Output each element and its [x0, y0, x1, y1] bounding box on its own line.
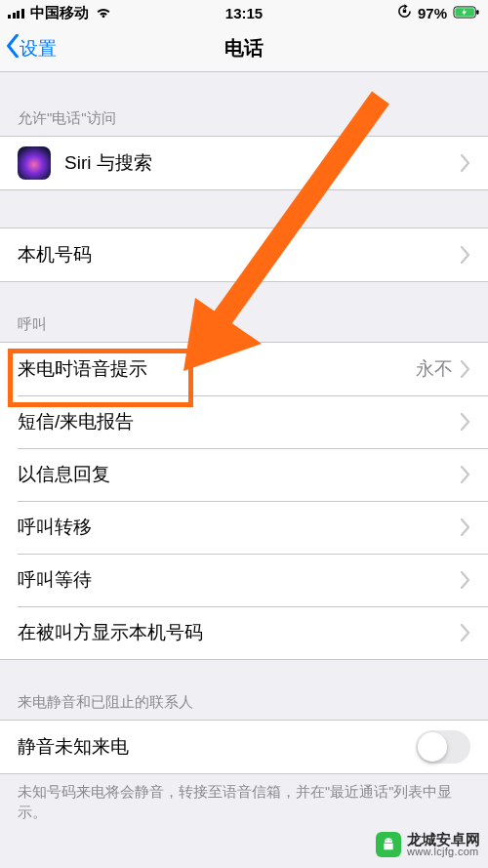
section-calls: 呼叫 来电时语音提示 永不 短信/来电报告 以信息回复 呼叫转移 呼叫等待 在被… [0, 282, 488, 660]
cell-show-caller-id[interactable]: 在被叫方显示本机号码 [0, 606, 488, 659]
watermark-line1: 龙城安卓网 [407, 832, 480, 847]
nav-back-label: 设置 [20, 36, 57, 62]
status-bar: 中国移动 13:15 97% [0, 0, 488, 25]
svg-rect-3 [476, 10, 478, 15]
silence-unknown-toggle[interactable] [416, 730, 470, 764]
section-access: 允许"电话"访问 Siri 与搜索 [0, 72, 488, 190]
siri-icon [18, 146, 51, 180]
silence-unknown-label: 静音未知来电 [18, 734, 416, 760]
cellular-signal-icon [8, 7, 24, 19]
announce-calls-label: 来电时语音提示 [18, 356, 416, 382]
show-caller-id-label: 在被叫方显示本机号码 [18, 620, 461, 645]
status-time: 13:15 [225, 5, 263, 21]
nav-title: 电话 [224, 35, 264, 62]
watermark-logo-icon [376, 832, 401, 857]
cell-my-number[interactable]: 本机号码 [0, 228, 488, 281]
chevron-right-icon [461, 246, 470, 264]
sms-reports-label: 短信/来电报告 [18, 409, 461, 434]
cell-announce-calls[interactable]: 来电时语音提示 永不 [0, 343, 488, 395]
cell-call-forwarding[interactable]: 呼叫转移 [0, 501, 488, 554]
watermark: 龙城安卓网 www.lcjfg.com [376, 832, 480, 858]
status-right: 97% [397, 4, 480, 21]
orientation-lock-icon [397, 4, 412, 21]
silence-footnote: 未知号码来电将会静音，转接至语音信箱，并在"最近通话"列表中显示。 [0, 774, 488, 837]
cell-siri-search[interactable]: Siri 与搜索 [0, 137, 488, 189]
section-access-header: 允许"电话"访问 [0, 72, 488, 136]
carrier-label: 中国移动 [30, 4, 89, 22]
nav-back-button[interactable]: 设置 [0, 34, 57, 62]
svg-point-6 [386, 840, 386, 841]
siri-search-label: Siri 与搜索 [64, 150, 461, 176]
battery-icon [453, 5, 480, 21]
cell-sms-reports[interactable]: 短信/来电报告 [0, 395, 488, 448]
battery-percent: 97% [418, 5, 447, 21]
section-my-number: 本机号码 [0, 190, 488, 282]
svg-point-7 [389, 840, 390, 841]
wifi-icon [95, 5, 112, 21]
chevron-right-icon [461, 466, 470, 483]
call-waiting-label: 呼叫等待 [18, 567, 461, 593]
cell-silence-unknown[interactable]: 静音未知来电 [0, 721, 488, 773]
watermark-line2: www.lcjfg.com [407, 847, 480, 858]
chevron-right-icon [461, 518, 470, 536]
status-left: 中国移动 [8, 4, 112, 22]
cell-respond-with-text[interactable]: 以信息回复 [0, 448, 488, 501]
chevron-right-icon [461, 571, 470, 589]
my-number-label: 本机号码 [18, 242, 461, 268]
call-forwarding-label: 呼叫转移 [18, 515, 461, 540]
chevron-right-icon [461, 360, 470, 378]
nav-bar: 设置 电话 [0, 25, 488, 72]
chevron-right-icon [461, 624, 470, 641]
chevron-left-icon [6, 34, 20, 62]
section-silence-header: 来电静音和已阻止的联系人 [0, 660, 488, 720]
section-calls-header: 呼叫 [0, 282, 488, 342]
cell-call-waiting[interactable]: 呼叫等待 [0, 554, 488, 606]
svg-rect-0 [403, 10, 406, 13]
respond-with-text-label: 以信息回复 [18, 462, 461, 487]
announce-calls-value: 永不 [416, 356, 453, 382]
chevron-right-icon [461, 154, 470, 172]
chevron-right-icon [461, 413, 470, 431]
section-silence: 来电静音和已阻止的联系人 静音未知来电 未知号码来电将会静音，转接至语音信箱，并… [0, 660, 488, 837]
